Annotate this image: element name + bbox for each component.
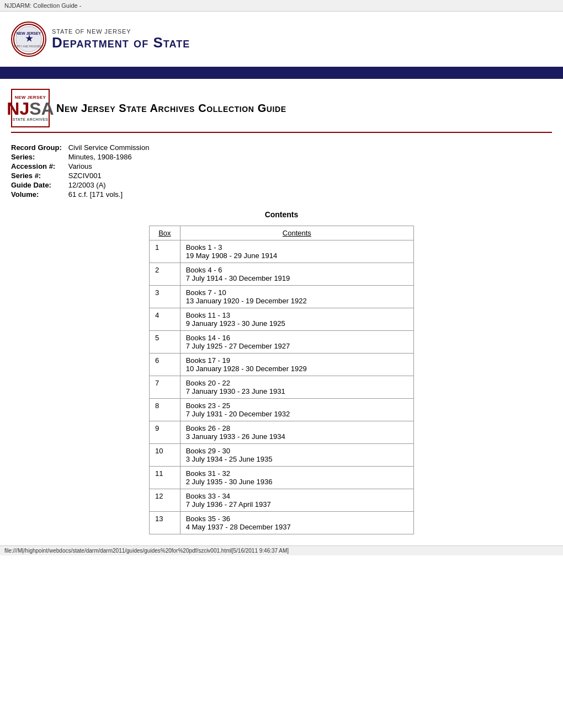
- contents-table: Box Contents 1Books 1 - 319 May 1908 - 2…: [149, 226, 414, 534]
- contents-line2: 2 July 1935 - 30 June 1936: [186, 478, 408, 486]
- njsa-state-archives-text: STATE ARCHIVES: [13, 117, 49, 121]
- table-row: 8Books 23 - 257 July 1931 - 20 December …: [150, 399, 414, 421]
- contents-line1: Books 1 - 3: [186, 243, 408, 251]
- contents-cell: Books 4 - 67 July 1914 - 30 December 191…: [180, 263, 413, 286]
- contents-line1: Books 17 - 19: [186, 356, 408, 365]
- tab-title: NJDARM: Collection Guide -: [4, 2, 81, 9]
- contents-line2: 7 January 1930 - 23 June 1931: [186, 387, 408, 395]
- box-number-cell: 6: [150, 354, 180, 376]
- svg-text:★: ★: [25, 34, 33, 43]
- accession-value: Various: [68, 162, 156, 171]
- metadata-row-series-hash: Series #: SZCIV001: [11, 171, 156, 180]
- contents-line1: Books 20 - 22: [186, 379, 408, 387]
- contents-line1: Books 29 - 30: [186, 447, 408, 455]
- contents-cell: Books 26 - 283 January 1933 - 26 June 19…: [180, 421, 413, 444]
- browser-status: file:///M|/highpoint/webdocs/state/darm/…: [0, 545, 563, 555]
- contents-line2: 9 January 1923 - 30 June 1925: [186, 319, 408, 328]
- table-row: 5Books 14 - 167 July 1925 - 27 December …: [150, 331, 414, 354]
- metadata-row-accession: Accession #: Various: [11, 162, 156, 171]
- contents-line2: 7 July 1925 - 27 December 1927: [186, 342, 408, 350]
- logo-row: NEW JERSEY ★ LIBERTY AND PROSPERITY Stat…: [11, 22, 552, 57]
- njsa-header-row: NEW JERSEY NJ SA STATE ARCHIVES New Jers…: [11, 89, 552, 133]
- njsa-logo: NEW JERSEY NJ SA STATE ARCHIVES: [11, 89, 50, 127]
- box-number-cell: 8: [150, 399, 180, 421]
- contents-header-row: Box Contents: [150, 226, 414, 240]
- contents-cell: Books 7 - 1013 January 1920 - 19 Decembe…: [180, 286, 413, 308]
- table-row: 1Books 1 - 319 May 1908 - 29 June 1914: [150, 240, 414, 263]
- contents-line2: 7 July 1914 - 30 December 1919: [186, 274, 408, 282]
- metadata-row-series: Series: Minutes, 1908-1986: [11, 152, 156, 162]
- metadata-section: Record Group: Civil Service Commission S…: [0, 133, 563, 205]
- table-row: 12Books 33 - 347 July 1936 - 27 April 19…: [150, 489, 414, 512]
- table-row: 10Books 29 - 303 July 1934 - 25 June 193…: [150, 444, 414, 467]
- box-number-cell: 3: [150, 286, 180, 308]
- contents-line2: 3 July 1934 - 25 June 1935: [186, 455, 408, 463]
- box-number-cell: 5: [150, 331, 180, 354]
- contents-line1: Books 33 - 34: [186, 492, 408, 500]
- record-group-value: Civil Service Commission: [68, 143, 156, 152]
- contents-line2: 3 January 1933 - 26 June 1934: [186, 432, 408, 441]
- table-row: 2Books 4 - 67 July 1914 - 30 December 19…: [150, 263, 414, 286]
- box-number-cell: 13: [150, 512, 180, 534]
- box-number-cell: 7: [150, 376, 180, 399]
- table-row: 13Books 35 - 364 May 1937 - 28 December …: [150, 512, 414, 534]
- contents-cell: Books 14 - 167 July 1925 - 27 December 1…: [180, 331, 413, 354]
- contents-line2: 10 January 1928 - 30 December 1929: [186, 365, 408, 373]
- contents-line1: Books 7 - 10: [186, 288, 408, 297]
- contents-cell: Books 23 - 257 July 1931 - 20 December 1…: [180, 399, 413, 421]
- contents-cell: Books 29 - 303 July 1934 - 25 June 1935: [180, 444, 413, 467]
- metadata-table: Record Group: Civil Service Commission S…: [11, 143, 156, 199]
- contents-cell: Books 35 - 364 May 1937 - 28 December 19…: [180, 512, 413, 534]
- contents-line1: Books 4 - 6: [186, 266, 408, 274]
- contents-cell: Books 11 - 139 January 1923 - 30 June 19…: [180, 308, 413, 331]
- metadata-row-record-group: Record Group: Civil Service Commission: [11, 143, 156, 152]
- table-row: 6Books 17 - 1910 January 1928 - 30 Decem…: [150, 354, 414, 376]
- contents-line2: 7 July 1936 - 27 April 1937: [186, 500, 408, 508]
- series-value: Minutes, 1908-1986: [68, 152, 156, 162]
- navy-banner: [0, 67, 563, 79]
- contents-cell: Books 33 - 347 July 1936 - 27 April 1937: [180, 489, 413, 512]
- njsa-section: NEW JERSEY NJ SA STATE ARCHIVES New Jers…: [0, 79, 563, 133]
- status-url: file:///M|/highpoint/webdocs/state/darm/…: [4, 548, 289, 554]
- guide-date-value: 12/2003 (A): [68, 180, 156, 190]
- table-row: 3Books 7 - 1013 January 1920 - 19 Decemb…: [150, 286, 414, 308]
- contents-line1: Books 35 - 36: [186, 515, 408, 523]
- contents-cell: Books 1 - 319 May 1908 - 29 June 1914: [180, 240, 413, 263]
- accession-label: Accession #:: [11, 162, 68, 171]
- contents-line1: Books 31 - 32: [186, 469, 408, 478]
- volume-label: Volume:: [11, 190, 68, 199]
- metadata-row-volume: Volume: 61 c.f. [171 vols.]: [11, 190, 156, 199]
- guide-date-label: Guide Date:: [11, 180, 68, 190]
- contents-line1: Books 14 - 16: [186, 334, 408, 342]
- record-group-label: Record Group:: [11, 143, 68, 152]
- box-number-cell: 11: [150, 467, 180, 489]
- njsa-sa-letters: SA: [29, 100, 54, 117]
- table-row: 7Books 20 - 227 January 1930 - 23 June 1…: [150, 376, 414, 399]
- table-row: 11Books 31 - 322 July 1935 - 30 June 193…: [150, 467, 414, 489]
- contents-line2: 4 May 1937 - 28 December 1937: [186, 523, 408, 531]
- svg-text:LIBERTY AND PROSPERITY: LIBERTY AND PROSPERITY: [13, 45, 45, 48]
- series-hash-label: Series #:: [11, 171, 68, 180]
- contents-cell: Books 20 - 227 January 1930 - 23 June 19…: [180, 376, 413, 399]
- contents-line2: 7 July 1931 - 20 December 1932: [186, 410, 408, 418]
- contents-line1: Books 26 - 28: [186, 424, 408, 432]
- contents-cell: Books 31 - 322 July 1935 - 30 June 1936: [180, 467, 413, 489]
- state-name-block: State of New Jersey Department of State: [52, 28, 190, 51]
- box-number-cell: 10: [150, 444, 180, 467]
- series-label: Series:: [11, 152, 68, 162]
- box-number-cell: 12: [150, 489, 180, 512]
- table-row: 4Books 11 - 139 January 1923 - 30 June 1…: [150, 308, 414, 331]
- header-area: NEW JERSEY ★ LIBERTY AND PROSPERITY Stat…: [0, 12, 563, 62]
- collection-guide-title: New Jersey State Archives Collection Gui…: [56, 102, 286, 115]
- box-number-cell: 1: [150, 240, 180, 263]
- contents-section: Contents Box Contents 1Books 1 - 319 May…: [0, 205, 563, 545]
- volume-value: 61 c.f. [171 vols.]: [68, 190, 156, 199]
- browser-tab: NJDARM: Collection Guide -: [0, 0, 563, 12]
- state-name-top: State of New Jersey: [52, 28, 190, 35]
- box-number-cell: 9: [150, 421, 180, 444]
- col-header-box: Box: [150, 226, 180, 240]
- contents-line2: 19 May 1908 - 29 June 1914: [186, 251, 408, 260]
- nj-seal-logo: NEW JERSEY ★ LIBERTY AND PROSPERITY: [11, 22, 46, 57]
- contents-line1: Books 23 - 25: [186, 402, 408, 410]
- contents-tbody: 1Books 1 - 319 May 1908 - 29 June 19142B…: [150, 240, 414, 534]
